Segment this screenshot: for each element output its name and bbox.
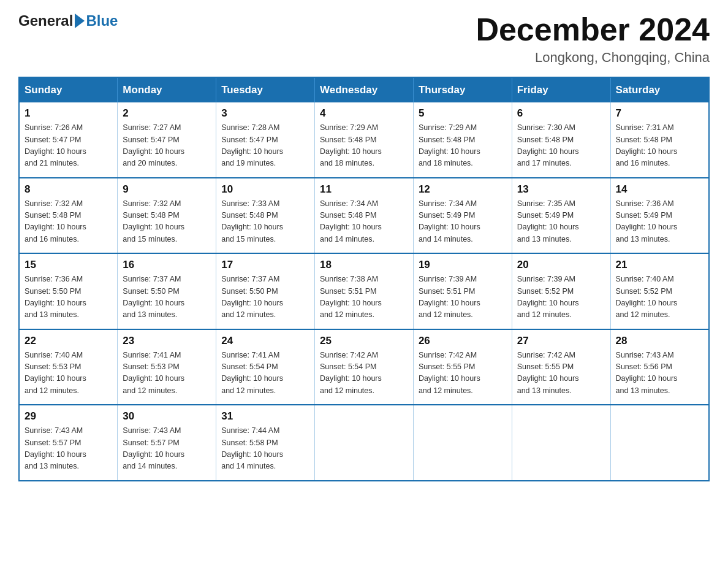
day-info: Sunrise: 7:39 AMSunset: 5:52 PMDaylight:…	[517, 274, 605, 321]
day-number: 8	[25, 183, 112, 196]
day-number: 26	[419, 335, 507, 347]
day-number: 1	[25, 107, 112, 120]
calendar-week-row: 22Sunrise: 7:40 AMSunset: 5:53 PMDayligh…	[19, 329, 709, 405]
day-number: 16	[123, 259, 211, 271]
calendar-day-cell: 4Sunrise: 7:29 AMSunset: 5:48 PMDaylight…	[315, 102, 414, 178]
day-number: 19	[419, 259, 507, 271]
page-header: General Blue December 2024 Longkong, Cho…	[18, 12, 710, 66]
month-title: December 2024	[476, 12, 710, 47]
calendar-week-row: 15Sunrise: 7:36 AMSunset: 5:50 PMDayligh…	[19, 253, 709, 329]
calendar-day-cell: 31Sunrise: 7:44 AMSunset: 5:58 PMDayligh…	[216, 405, 315, 481]
logo-blue-text: Blue	[86, 12, 118, 29]
calendar-header-cell-monday: Monday	[118, 77, 216, 102]
day-number: 6	[517, 107, 605, 120]
day-number: 7	[616, 107, 703, 120]
day-info: Sunrise: 7:42 AMSunset: 5:54 PMDaylight:…	[320, 350, 408, 397]
day-number: 24	[221, 335, 309, 347]
calendar-day-cell: 2Sunrise: 7:27 AMSunset: 5:47 PMDaylight…	[118, 102, 216, 178]
day-number: 10	[221, 183, 309, 196]
calendar-day-cell	[512, 405, 610, 481]
day-number: 13	[517, 183, 605, 196]
calendar-header-row: SundayMondayTuesdayWednesdayThursdayFrid…	[19, 77, 709, 102]
day-info: Sunrise: 7:36 AMSunset: 5:50 PMDaylight:…	[25, 274, 112, 321]
calendar-body: 1Sunrise: 7:26 AMSunset: 5:47 PMDaylight…	[19, 102, 709, 481]
day-number: 11	[320, 183, 408, 196]
day-info: Sunrise: 7:38 AMSunset: 5:51 PMDaylight:…	[320, 274, 408, 321]
day-info: Sunrise: 7:34 AMSunset: 5:49 PMDaylight:…	[419, 198, 507, 246]
day-info: Sunrise: 7:43 AMSunset: 5:57 PMDaylight:…	[25, 425, 112, 473]
calendar-day-cell: 6Sunrise: 7:30 AMSunset: 5:48 PMDaylight…	[512, 102, 610, 178]
day-info: Sunrise: 7:33 AMSunset: 5:48 PMDaylight:…	[221, 198, 309, 246]
day-number: 28	[616, 335, 703, 347]
calendar-day-cell: 28Sunrise: 7:43 AMSunset: 5:56 PMDayligh…	[610, 329, 709, 405]
calendar-day-cell: 20Sunrise: 7:39 AMSunset: 5:52 PMDayligh…	[512, 253, 610, 329]
day-info: Sunrise: 7:26 AMSunset: 5:47 PMDaylight:…	[25, 122, 112, 170]
logo-arrow-icon	[75, 13, 85, 28]
calendar-day-cell: 18Sunrise: 7:38 AMSunset: 5:51 PMDayligh…	[315, 253, 414, 329]
calendar-header-cell-tuesday: Tuesday	[216, 77, 315, 102]
calendar-day-cell: 30Sunrise: 7:43 AMSunset: 5:57 PMDayligh…	[118, 405, 216, 481]
day-info: Sunrise: 7:29 AMSunset: 5:48 PMDaylight:…	[320, 122, 408, 170]
calendar-day-cell: 10Sunrise: 7:33 AMSunset: 5:48 PMDayligh…	[216, 178, 315, 254]
day-info: Sunrise: 7:42 AMSunset: 5:55 PMDaylight:…	[517, 350, 605, 397]
calendar-day-cell: 23Sunrise: 7:41 AMSunset: 5:53 PMDayligh…	[118, 329, 216, 405]
calendar-day-cell: 25Sunrise: 7:42 AMSunset: 5:54 PMDayligh…	[315, 329, 414, 405]
calendar-day-cell	[610, 405, 709, 481]
day-info: Sunrise: 7:37 AMSunset: 5:50 PMDaylight:…	[221, 274, 309, 321]
calendar-day-cell: 16Sunrise: 7:37 AMSunset: 5:50 PMDayligh…	[118, 253, 216, 329]
title-block: December 2024 Longkong, Chongqing, China	[476, 12, 710, 66]
calendar-day-cell: 7Sunrise: 7:31 AMSunset: 5:48 PMDaylight…	[610, 102, 709, 178]
day-number: 9	[123, 183, 211, 196]
day-number: 12	[419, 183, 507, 196]
day-info: Sunrise: 7:36 AMSunset: 5:49 PMDaylight:…	[616, 198, 703, 246]
calendar-day-cell: 12Sunrise: 7:34 AMSunset: 5:49 PMDayligh…	[413, 178, 512, 254]
calendar-day-cell	[413, 405, 512, 481]
calendar-week-row: 1Sunrise: 7:26 AMSunset: 5:47 PMDaylight…	[19, 102, 709, 178]
calendar-day-cell: 27Sunrise: 7:42 AMSunset: 5:55 PMDayligh…	[512, 329, 610, 405]
calendar-day-cell: 9Sunrise: 7:32 AMSunset: 5:48 PMDaylight…	[118, 178, 216, 254]
day-number: 15	[25, 259, 112, 271]
day-number: 23	[123, 335, 211, 347]
calendar-day-cell: 26Sunrise: 7:42 AMSunset: 5:55 PMDayligh…	[413, 329, 512, 405]
calendar-day-cell: 3Sunrise: 7:28 AMSunset: 5:47 PMDaylight…	[216, 102, 315, 178]
day-number: 18	[320, 259, 408, 271]
day-info: Sunrise: 7:34 AMSunset: 5:48 PMDaylight:…	[320, 198, 408, 246]
day-number: 17	[221, 259, 309, 271]
calendar-day-cell: 15Sunrise: 7:36 AMSunset: 5:50 PMDayligh…	[19, 253, 118, 329]
day-number: 27	[517, 335, 605, 347]
day-number: 5	[419, 107, 507, 120]
day-number: 14	[616, 183, 703, 196]
calendar-day-cell: 8Sunrise: 7:32 AMSunset: 5:48 PMDaylight…	[19, 178, 118, 254]
day-info: Sunrise: 7:44 AMSunset: 5:58 PMDaylight:…	[221, 425, 309, 473]
calendar-week-row: 29Sunrise: 7:43 AMSunset: 5:57 PMDayligh…	[19, 405, 709, 481]
calendar-header-cell-saturday: Saturday	[610, 77, 709, 102]
day-info: Sunrise: 7:28 AMSunset: 5:47 PMDaylight:…	[221, 122, 309, 170]
calendar-header-cell-sunday: Sunday	[19, 77, 118, 102]
day-number: 30	[123, 410, 211, 423]
day-number: 31	[221, 410, 309, 423]
day-info: Sunrise: 7:43 AMSunset: 5:56 PMDaylight:…	[616, 350, 703, 397]
calendar-day-cell: 5Sunrise: 7:29 AMSunset: 5:48 PMDaylight…	[413, 102, 512, 178]
location-subtitle: Longkong, Chongqing, China	[476, 50, 710, 66]
day-number: 22	[25, 335, 112, 347]
logo-general-text: General	[18, 12, 73, 29]
day-number: 20	[517, 259, 605, 271]
day-info: Sunrise: 7:39 AMSunset: 5:51 PMDaylight:…	[419, 274, 507, 321]
day-info: Sunrise: 7:42 AMSunset: 5:55 PMDaylight:…	[419, 350, 507, 397]
day-number: 25	[320, 335, 408, 347]
day-info: Sunrise: 7:40 AMSunset: 5:53 PMDaylight:…	[25, 350, 112, 397]
calendar-day-cell: 24Sunrise: 7:41 AMSunset: 5:54 PMDayligh…	[216, 329, 315, 405]
day-number: 3	[221, 107, 309, 120]
calendar-day-cell: 17Sunrise: 7:37 AMSunset: 5:50 PMDayligh…	[216, 253, 315, 329]
calendar-day-cell: 21Sunrise: 7:40 AMSunset: 5:52 PMDayligh…	[610, 253, 709, 329]
day-info: Sunrise: 7:40 AMSunset: 5:52 PMDaylight:…	[616, 274, 703, 321]
day-number: 21	[616, 259, 703, 271]
calendar-week-row: 8Sunrise: 7:32 AMSunset: 5:48 PMDaylight…	[19, 178, 709, 254]
day-number: 2	[123, 107, 211, 120]
day-info: Sunrise: 7:37 AMSunset: 5:50 PMDaylight:…	[123, 274, 211, 321]
day-info: Sunrise: 7:31 AMSunset: 5:48 PMDaylight:…	[616, 122, 703, 170]
day-info: Sunrise: 7:30 AMSunset: 5:48 PMDaylight:…	[517, 122, 605, 170]
calendar-header-cell-friday: Friday	[512, 77, 610, 102]
day-info: Sunrise: 7:41 AMSunset: 5:53 PMDaylight:…	[123, 350, 211, 397]
day-number: 4	[320, 107, 408, 120]
